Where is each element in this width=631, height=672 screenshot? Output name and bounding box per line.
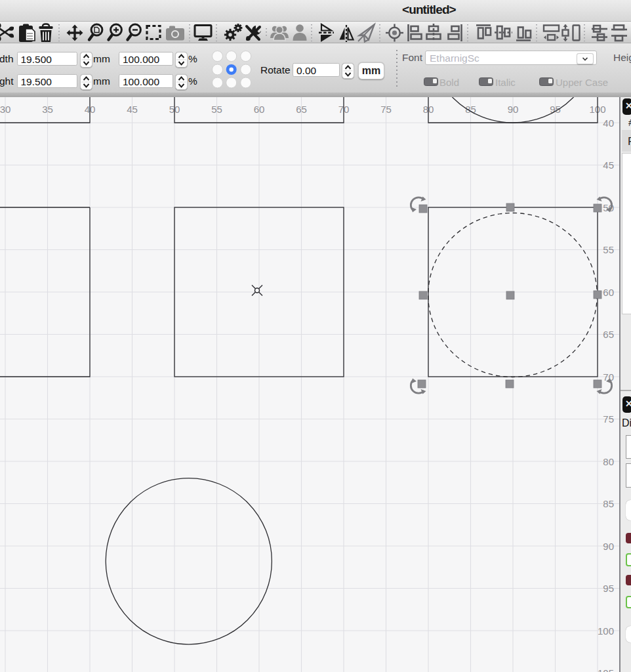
svg-text:45: 45 xyxy=(603,159,614,171)
svg-text:55: 55 xyxy=(603,244,614,255)
svg-text:95: 95 xyxy=(603,583,614,594)
svg-text:45: 45 xyxy=(127,104,138,115)
svg-text:60: 60 xyxy=(254,104,265,115)
svg-text:40: 40 xyxy=(603,117,614,129)
svg-text:80: 80 xyxy=(603,456,614,467)
svg-text:30: 30 xyxy=(0,104,10,115)
svg-text:85: 85 xyxy=(603,498,614,509)
svg-text:90: 90 xyxy=(508,104,519,115)
svg-text:90: 90 xyxy=(603,541,614,552)
svg-text:55: 55 xyxy=(211,104,222,115)
svg-text:65: 65 xyxy=(603,329,614,340)
svg-text:60: 60 xyxy=(603,287,614,298)
svg-text:105: 105 xyxy=(598,667,614,672)
svg-text:35: 35 xyxy=(42,104,53,115)
svg-text:75: 75 xyxy=(603,413,614,425)
svg-text:100: 100 xyxy=(598,625,614,637)
svg-text:75: 75 xyxy=(380,104,392,115)
svg-text:65: 65 xyxy=(296,104,307,115)
